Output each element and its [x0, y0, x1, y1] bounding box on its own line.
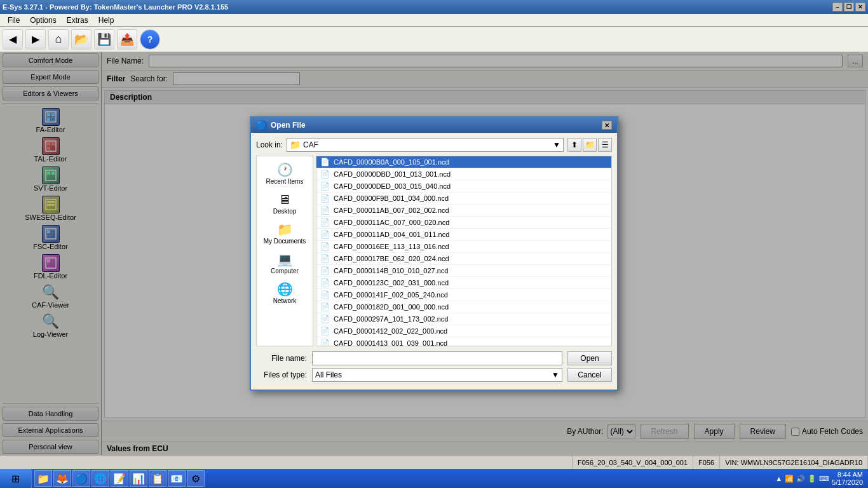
- menu-file[interactable]: File: [3, 15, 25, 26]
- filetype-value: All Files: [315, 370, 342, 379]
- look-in-label: Look in:: [256, 140, 283, 149]
- dialog-open-button[interactable]: Open: [567, 351, 612, 365]
- dialog-filetype-dropdown[interactable]: All Files ▼: [312, 368, 562, 382]
- tray-volume: 🔊: [796, 475, 805, 483]
- file-icon: 📄: [320, 170, 330, 179]
- filetype-arrow: ▼: [552, 370, 559, 379]
- file-icon: 📄: [320, 290, 330, 299]
- status-empty: [0, 456, 573, 469]
- system-tray: ▲ 📶 🔊 🔋 ⌨ 8:44 AM 5/17/2020: [770, 471, 868, 486]
- taskbar-word[interactable]: 📝: [111, 470, 128, 487]
- desktop-label: Desktop: [273, 208, 297, 215]
- taskbar-firefox[interactable]: 🦊: [53, 470, 71, 487]
- file-list-item[interactable]: 📄CAFD_0000297A_101_173_002.ncd: [316, 313, 611, 325]
- dialog-computer[interactable]: 💻 Computer: [259, 248, 310, 277]
- dialog-my-documents[interactable]: 📁 My Documents: [259, 219, 310, 247]
- file-list-item[interactable]: 📄CAFD_000011AC_007_000_020.ncd: [316, 217, 611, 229]
- file-list-item[interactable]: 📄CAFD_000011AB_007_002_002.ncd: [316, 205, 611, 217]
- taskbar-powerpoint[interactable]: 📋: [149, 470, 166, 487]
- file-list-item[interactable]: 📄CAFD_00000F9B_001_034_000.ncd: [316, 193, 611, 205]
- look-in-new-folder-button[interactable]: 📁: [583, 138, 597, 152]
- file-icon: 📄: [320, 194, 330, 203]
- computer-label: Computer: [271, 268, 299, 274]
- dialog-filename-input[interactable]: [312, 351, 562, 365]
- save-button[interactable]: 💾: [94, 29, 114, 50]
- file-icon: 📄: [320, 327, 330, 336]
- look-in-up-button[interactable]: ⬆: [567, 138, 581, 152]
- desktop-icon: 🖥: [275, 191, 295, 208]
- dialog-bottom: File name: Open Files of type: All Files…: [256, 351, 612, 382]
- tray-network: 📶: [785, 475, 794, 483]
- clock-time: 8:44 AM: [832, 471, 863, 478]
- file-list-item[interactable]: 📄CAFD_0000182D_001_000_000.ncd: [316, 301, 611, 313]
- back-button[interactable]: ◀: [3, 29, 23, 50]
- look-in-view-button[interactable]: ☰: [598, 138, 612, 152]
- dialog-left-panel: 🕐 Recent Items 🖥 Desktop 📁 My Documents: [256, 156, 313, 346]
- taskbar-ie[interactable]: 🌐: [92, 470, 109, 487]
- network-icon: 🌐: [275, 281, 295, 297]
- recent-items-label: Recent Items: [266, 178, 304, 185]
- dialog-file-list[interactable]: 📄CAFD_00000B0A_000_105_001.ncd📄CAFD_0000…: [316, 156, 612, 346]
- forward-button[interactable]: ▶: [25, 29, 46, 50]
- open-file-dialog: 🔵 Open File ✕ Look in: 📁 CAF ▼ ⬆: [250, 116, 618, 391]
- menu-options[interactable]: Options: [25, 15, 61, 26]
- file-list-item[interactable]: 📄CAFD_0000141F_002_005_240.ncd: [316, 289, 611, 301]
- computer-icon: 💻: [275, 251, 295, 268]
- taskbar-apps: 📁 🦊 🔵 🌐 📝 📊 📋 📧 ⚙: [32, 470, 770, 487]
- file-list-item[interactable]: 📄CAFD_00000DBD_001_013_001.ncd: [316, 168, 611, 180]
- clock[interactable]: 8:44 AM 5/17/2020: [832, 471, 863, 486]
- file-list-item[interactable]: 📄CAFD_0000114B_010_010_027.ncd: [316, 265, 611, 277]
- file-list-item[interactable]: 📄CAFD_00001412_002_022_000.ncd: [316, 325, 611, 337]
- look-in-dropdown[interactable]: 📁 CAF ▼: [287, 138, 564, 152]
- file-list-item[interactable]: 📄CAFD_00000DED_003_015_040.ncd: [316, 180, 611, 193]
- tray-up-arrow[interactable]: ▲: [775, 475, 782, 482]
- restore-button[interactable]: ❐: [844, 3, 854, 11]
- minimize-button[interactable]: –: [832, 3, 843, 11]
- window-controls: – ❐ ✕: [832, 3, 865, 11]
- toolbar: ◀ ▶ ⌂ 📂 💾 📤 ?: [0, 27, 868, 52]
- title-bar: E-Sys 3.27.1 - Powered By: TokenMaster's…: [0, 0, 868, 14]
- file-icon: 📄: [320, 206, 330, 215]
- dialog-content: 🕐 Recent Items 🖥 Desktop 📁 My Documents: [256, 156, 612, 346]
- status-segment-2: F056: [693, 456, 720, 469]
- file-list-item[interactable]: 📄CAFD_000016EE_113_113_016.ncd: [316, 241, 611, 253]
- start-button[interactable]: ⊞: [0, 469, 32, 488]
- dialog-close-button[interactable]: ✕: [602, 121, 612, 130]
- dialog-files-of-type-label: Files of type:: [256, 370, 307, 379]
- export-button[interactable]: 📤: [117, 29, 137, 50]
- menu-extras[interactable]: Extras: [62, 15, 93, 26]
- file-list-item[interactable]: 📄CAFD_0000123C_002_031_000.ncd: [316, 277, 611, 289]
- file-list-item[interactable]: 📄CAFD_00001413_001_039_001.ncd: [316, 337, 611, 346]
- file-icon: 📄: [320, 266, 330, 275]
- taskbar: ⊞ 📁 🦊 🔵 🌐 📝 📊 📋 📧 ⚙ ▲ 📶 🔊 🔋 ⌨ 8:44 AM 5/…: [0, 469, 868, 488]
- home-button[interactable]: ⌂: [48, 29, 69, 50]
- dialog-network[interactable]: 🌐 Network: [259, 278, 310, 307]
- taskbar-excel[interactable]: 📊: [130, 470, 147, 487]
- look-in-folder-icon: 📁: [290, 140, 301, 150]
- taskbar-bmw[interactable]: ⚙: [187, 470, 205, 487]
- status-segment-3: VIN: WMWLN9C57G2E16104_DIAGADR10: [720, 456, 868, 469]
- file-icon: 📄: [320, 278, 330, 287]
- file-list-item[interactable]: 📄CAFD_000017BE_062_020_024.ncd: [316, 253, 611, 265]
- help-button[interactable]: ?: [140, 29, 160, 50]
- file-icon: 📄: [320, 315, 330, 323]
- dialog-filetype-row: Files of type: All Files ▼ Cancel: [256, 368, 612, 382]
- menu-help[interactable]: Help: [93, 15, 119, 26]
- look-in-row: Look in: 📁 CAF ▼ ⬆ 📁 ☰: [256, 138, 612, 152]
- network-label: Network: [273, 297, 297, 304]
- close-button[interactable]: ✕: [855, 3, 865, 11]
- file-list-item[interactable]: 📄CAFD_000011AD_004_001_011.ncd: [316, 229, 611, 241]
- taskbar-outlook[interactable]: 📧: [168, 470, 186, 487]
- dialog-filename-row: File name: Open: [256, 351, 612, 365]
- tray-battery: 🔋: [808, 475, 817, 483]
- taskbar-explorer[interactable]: 📁: [34, 470, 52, 487]
- dialog-desktop[interactable]: 🖥 Desktop: [259, 189, 310, 217]
- file-list-item[interactable]: 📄CAFD_00000B0A_000_105_001.ncd: [316, 156, 611, 168]
- dialog-recent-items[interactable]: 🕐 Recent Items: [259, 159, 310, 187]
- open-button[interactable]: 📂: [71, 29, 92, 50]
- taskbar-chrome[interactable]: 🔵: [72, 470, 90, 487]
- recent-items-icon: 🕐: [275, 161, 295, 178]
- dialog-body: Look in: 📁 CAF ▼ ⬆ 📁 ☰: [251, 133, 617, 390]
- dialog-cancel-button[interactable]: Cancel: [567, 368, 612, 382]
- tray-keyboard: ⌨: [819, 475, 829, 483]
